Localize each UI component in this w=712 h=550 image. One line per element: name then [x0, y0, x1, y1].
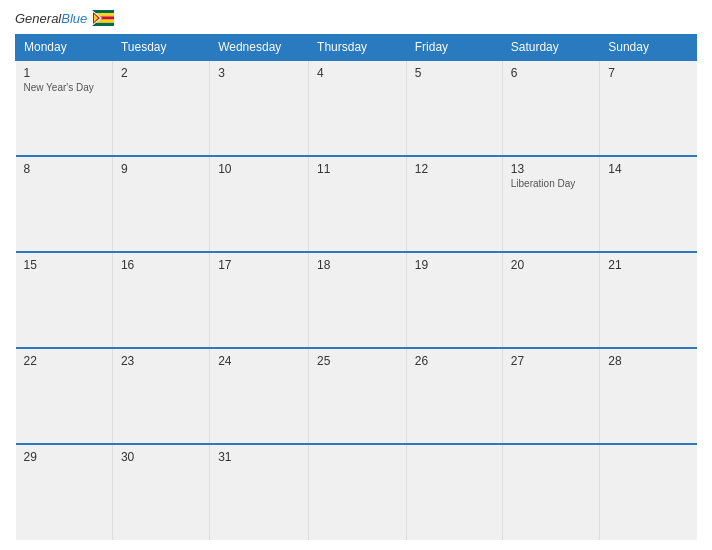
- day-number: 23: [121, 354, 201, 368]
- calendar-cell: 5: [406, 60, 502, 156]
- day-number: 16: [121, 258, 201, 272]
- calendar-cell: 2: [112, 60, 209, 156]
- calendar-cell: 21: [600, 252, 697, 348]
- logo-flag-icon: [92, 10, 114, 26]
- calendar-week-row: 22232425262728: [16, 348, 697, 444]
- calendar-cell: 23: [112, 348, 209, 444]
- calendar-cell: 28: [600, 348, 697, 444]
- calendar-cell: [309, 444, 407, 540]
- day-number: 8: [24, 162, 104, 176]
- calendar-week-row: 8910111213Liberation Day14: [16, 156, 697, 252]
- day-number: 27: [511, 354, 591, 368]
- calendar-cell: 14: [600, 156, 697, 252]
- logo: GeneralBlue: [15, 10, 114, 26]
- calendar-cell: 20: [502, 252, 599, 348]
- day-number: 19: [415, 258, 494, 272]
- day-number: 18: [317, 258, 398, 272]
- calendar-cell: 24: [210, 348, 309, 444]
- day-number: 17: [218, 258, 300, 272]
- calendar-cell: 27: [502, 348, 599, 444]
- day-number: 15: [24, 258, 104, 272]
- day-number: 14: [608, 162, 688, 176]
- day-number: 4: [317, 66, 398, 80]
- day-number: 31: [218, 450, 300, 464]
- calendar-cell: 29: [16, 444, 113, 540]
- calendar-cell: 15: [16, 252, 113, 348]
- day-number: 20: [511, 258, 591, 272]
- day-number: 5: [415, 66, 494, 80]
- day-number: 26: [415, 354, 494, 368]
- calendar-cell: 7: [600, 60, 697, 156]
- calendar-cell: 11: [309, 156, 407, 252]
- calendar-cell: 16: [112, 252, 209, 348]
- day-number: 30: [121, 450, 201, 464]
- calendar-cell: 26: [406, 348, 502, 444]
- day-number: 3: [218, 66, 300, 80]
- calendar-table: Monday Tuesday Wednesday Thursday Friday…: [15, 34, 697, 540]
- calendar-cell: 22: [16, 348, 113, 444]
- calendar-cell: 17: [210, 252, 309, 348]
- day-number: 24: [218, 354, 300, 368]
- holiday-name: Liberation Day: [511, 178, 591, 189]
- day-number: 12: [415, 162, 494, 176]
- calendar-week-row: 15161718192021: [16, 252, 697, 348]
- calendar-cell: 9: [112, 156, 209, 252]
- header-wednesday: Wednesday: [210, 35, 309, 61]
- calendar-cell: 4: [309, 60, 407, 156]
- logo-text: GeneralBlue: [15, 11, 87, 26]
- calendar-cell: 19: [406, 252, 502, 348]
- header-friday: Friday: [406, 35, 502, 61]
- calendar-cell: 6: [502, 60, 599, 156]
- calendar-cell: 12: [406, 156, 502, 252]
- header-tuesday: Tuesday: [112, 35, 209, 61]
- day-number: 29: [24, 450, 104, 464]
- calendar-cell: [502, 444, 599, 540]
- calendar-page: GeneralBlue Monday Tuesday Wednesday: [0, 0, 712, 550]
- calendar-week-row: 293031: [16, 444, 697, 540]
- calendar-cell: [600, 444, 697, 540]
- header-monday: Monday: [16, 35, 113, 61]
- calendar-cell: 18: [309, 252, 407, 348]
- calendar-header: GeneralBlue: [15, 10, 697, 26]
- day-number: 2: [121, 66, 201, 80]
- header-saturday: Saturday: [502, 35, 599, 61]
- day-number: 1: [24, 66, 104, 80]
- calendar-cell: 30: [112, 444, 209, 540]
- calendar-cell: 8: [16, 156, 113, 252]
- calendar-cell: 25: [309, 348, 407, 444]
- calendar-week-row: 1New Year's Day234567: [16, 60, 697, 156]
- day-number: 21: [608, 258, 688, 272]
- day-number: 25: [317, 354, 398, 368]
- day-number: 11: [317, 162, 398, 176]
- day-number: 9: [121, 162, 201, 176]
- day-number: 6: [511, 66, 591, 80]
- day-number: 7: [608, 66, 688, 80]
- day-number: 10: [218, 162, 300, 176]
- calendar-cell: 1New Year's Day: [16, 60, 113, 156]
- holiday-name: New Year's Day: [24, 82, 104, 93]
- weekday-header-row: Monday Tuesday Wednesday Thursday Friday…: [16, 35, 697, 61]
- calendar-cell: [406, 444, 502, 540]
- calendar-cell: 10: [210, 156, 309, 252]
- day-number: 28: [608, 354, 688, 368]
- calendar-cell: 31: [210, 444, 309, 540]
- header-thursday: Thursday: [309, 35, 407, 61]
- calendar-cell: 13Liberation Day: [502, 156, 599, 252]
- calendar-cell: 3: [210, 60, 309, 156]
- header-sunday: Sunday: [600, 35, 697, 61]
- day-number: 22: [24, 354, 104, 368]
- day-number: 13: [511, 162, 591, 176]
